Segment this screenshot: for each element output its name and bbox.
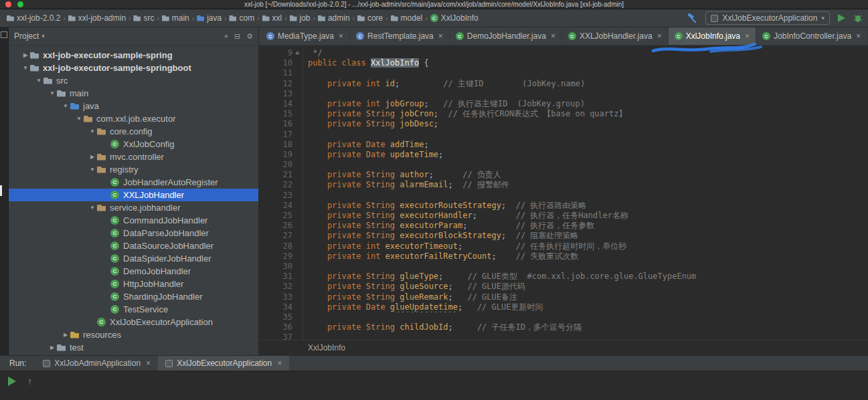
tree-item-jobhandlerautoregister[interactable]: CJobHandlerAutoRegister (9, 176, 258, 189)
code-text[interactable] (302, 312, 868, 322)
code-text[interactable]: private String glueType; // GLUE类型 #com.… (302, 272, 868, 282)
close-icon[interactable]: × (339, 31, 343, 41)
traffic-light-close[interactable] (5, 1, 11, 7)
project-tool-window-button[interactable] (1, 31, 7, 38)
chevron-collapsed-icon[interactable]: ▶ (21, 52, 30, 58)
breadcrumb-class-name[interactable]: XxlJobInfo (308, 343, 345, 353)
code-text[interactable] (302, 191, 868, 201)
tree-item-httpjobhandler[interactable]: CHttpJobHandler (9, 278, 258, 290)
chevron-expanded-icon[interactable]: ▼ (88, 167, 97, 173)
tree-item-main[interactable]: ▼main (9, 87, 258, 100)
tree-item-xxljobconfig[interactable]: CXxlJobConfig (9, 138, 258, 151)
tab-xxljobhandler-java[interactable]: CXXLJobHandler.java× (562, 27, 669, 45)
breadcrumb-src[interactable]: src (132, 13, 155, 23)
breadcrumb-xxl-job-admin[interactable]: xxl-job-admin (67, 13, 127, 23)
tree-item-com-xxl-job-executor[interactable]: ▼com.xxl.job.executor (9, 112, 258, 125)
code-text[interactable]: private int executorTimeout; // 任务执行超时时间… (302, 241, 868, 252)
close-icon[interactable]: × (277, 359, 282, 368)
tree-item-dataspiderjobhandler[interactable]: CDataSpiderJobHandler (9, 252, 258, 265)
breadcrumb-xxl[interactable]: xxl (261, 13, 284, 23)
tree-item-datasourcejobhandler[interactable]: CDataSourceJobHandler (9, 239, 258, 252)
breadcrumb-main[interactable]: main (161, 13, 191, 23)
breadcrumb-java[interactable]: java (195, 13, 223, 23)
code-text[interactable]: private String childJobId; // 子任务ID，多个逗号… (302, 322, 868, 332)
tree-item-registry[interactable]: ▼registry (9, 163, 258, 176)
chevron-collapsed-icon[interactable]: ▶ (61, 332, 70, 338)
chevron-down-icon[interactable]: ▾ (41, 33, 45, 39)
rerun-play-icon[interactable] (8, 377, 16, 386)
code-text[interactable]: private String executorHandler; // 执行器，任… (302, 211, 868, 221)
code-text[interactable]: private Date glueUpdatetime; // GLUE更新时间 (302, 302, 868, 312)
code-text[interactable]: private int id; // 主键ID (JobKey.name) (302, 79, 868, 89)
code-text[interactable]: private String jobCron; // 任务执行CRON表达式 【… (302, 109, 868, 119)
code-text[interactable] (302, 160, 868, 170)
code-text[interactable]: private String glueRemark; // GLUE备注 (302, 292, 868, 302)
chevron-expanded-icon[interactable]: ▼ (34, 78, 44, 84)
code-text[interactable]: public class XxlJobInfo { (302, 58, 868, 68)
tree-item-commandjobhandler[interactable]: CCommandJobHandler (9, 214, 258, 227)
chevron-expanded-icon[interactable]: ▼ (74, 116, 84, 122)
tab-mediatype-java[interactable]: CMediaType.java× (260, 27, 350, 45)
chevron-expanded-icon[interactable]: ▼ (88, 205, 97, 211)
code-text[interactable] (302, 262, 868, 272)
tree-item-xxl-job-executor-sample-springboot[interactable]: ▼xxl-job-executor-sample-springboot (9, 62, 258, 74)
code-text[interactable]: private Date updateTime; (302, 150, 868, 160)
tree-item-xxljobhandler[interactable]: CXXLJobHandler (9, 189, 258, 201)
tab-xxljobinfo-java[interactable]: CXxlJobInfo.java× (669, 27, 756, 45)
code-editor[interactable]: 9⊖ */10public class XxlJobInfo {1112 pri… (259, 45, 868, 340)
up-arrow-icon[interactable]: ↑ (27, 377, 32, 386)
tree-item-service-jobhandler[interactable]: ▼service.jobhandler (9, 201, 258, 214)
tree-item-java[interactable]: ▼java (9, 100, 258, 112)
build-hammer-icon[interactable] (687, 13, 697, 23)
code-text[interactable] (302, 89, 868, 99)
breadcrumb-core[interactable]: core (356, 13, 384, 23)
locate-icon[interactable]: ⌖ (224, 32, 228, 41)
tree-item-mvc-controller[interactable]: ▶mvc.controller (9, 151, 258, 163)
tree-item-demojobhandler[interactable]: CDemoJobHandler (9, 265, 258, 278)
chevron-collapsed-icon[interactable]: ▶ (48, 344, 57, 351)
chevron-collapsed-icon[interactable]: ▶ (88, 154, 97, 160)
tab-resttemplate-java[interactable]: CRestTemplate.java× (350, 27, 450, 45)
close-icon[interactable]: × (146, 359, 151, 368)
tree-item-testservice[interactable]: CTestService (9, 303, 258, 316)
tree-item-xxl-job-executor-sample-spring[interactable]: ▶xxl-job-executor-sample-spring (9, 49, 258, 62)
breadcrumb-com[interactable]: com (228, 13, 256, 23)
breadcrumb-admin[interactable]: admin (317, 13, 351, 23)
code-text[interactable]: */ (302, 48, 868, 58)
breadcrumb-job[interactable]: job (288, 13, 312, 23)
tree-item-dataparsejobhandler[interactable]: CDataParseJobHandler (9, 227, 258, 239)
code-text[interactable]: private int jobGroup; // 执行器主键ID (JobKey… (302, 99, 868, 109)
close-icon[interactable]: × (551, 31, 555, 41)
code-text[interactable]: private String author; // 负责人 (302, 170, 868, 180)
run-button[interactable] (838, 14, 845, 22)
tab-jobinfocontroller-java[interactable]: CJobInfoController.java× (756, 27, 867, 45)
code-text[interactable]: private String glueSource; // GLUE源代码 (302, 282, 868, 292)
chevron-expanded-icon[interactable]: ▼ (48, 90, 57, 96)
debug-bug-icon[interactable] (853, 13, 863, 23)
tree-item-test[interactable]: ▶test (9, 341, 258, 354)
close-icon[interactable]: × (438, 31, 443, 41)
project-panel-title[interactable]: Project (14, 31, 39, 41)
code-text[interactable]: private String executorBlockStrategy; //… (302, 231, 868, 241)
run-tab-xxljobadminapplication[interactable]: XxlJobAdminApplication× (35, 356, 158, 371)
close-icon[interactable]: × (745, 31, 750, 41)
chevron-expanded-icon[interactable]: ▼ (21, 65, 30, 71)
tab-demojobhandler-java[interactable]: CDemoJobHandler.java× (450, 27, 562, 45)
settings-gear-icon[interactable]: ⚙ (246, 32, 253, 41)
code-text[interactable]: private String alarmEmail; // 报警邮件 (302, 180, 868, 190)
tree-item-shardingjobhandler[interactable]: CShardingJobHandler (9, 290, 258, 303)
tree-item-core-config[interactable]: ▼core.config (9, 125, 258, 138)
breadcrumb-model[interactable]: model (389, 13, 424, 23)
run-config-selector[interactable]: XxlJobExecutorApplication ▾ (705, 11, 830, 25)
code-text[interactable] (302, 332, 868, 340)
collapse-all-icon[interactable]: ⊟ (234, 32, 240, 41)
close-icon[interactable]: × (856, 31, 861, 41)
code-text[interactable]: private String jobDesc; (302, 119, 868, 129)
close-icon[interactable]: × (657, 31, 662, 41)
run-tab-xxljobexecutorapplication[interactable]: XxlJobExecutorApplication× (158, 356, 289, 371)
breadcrumb-xxljobinfo[interactable]: CXxlJobInfo (429, 13, 480, 23)
code-text[interactable]: private String executorParam; // 执行器，任务参… (302, 221, 868, 231)
code-text[interactable]: private int executorFailRetryCount; // 失… (302, 252, 868, 262)
chevron-expanded-icon[interactable]: ▼ (61, 103, 70, 109)
breadcrumb-xxl-job-2-0-2[interactable]: xxl-job-2.0.2 (5, 13, 62, 23)
